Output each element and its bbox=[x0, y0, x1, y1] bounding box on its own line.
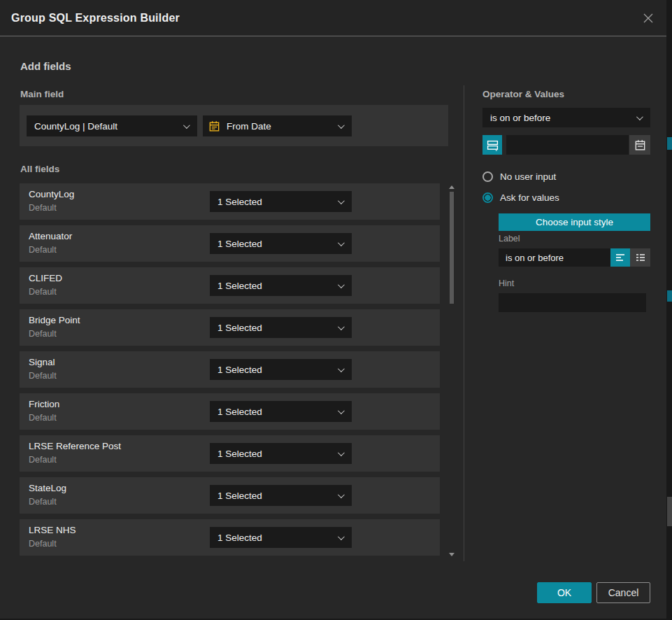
field-name: StateLog bbox=[29, 483, 66, 493]
scrollbar-up-arrow[interactable] bbox=[449, 185, 455, 189]
dialog-title: Group SQL Expression Builder bbox=[11, 12, 180, 24]
field-selection-value: 1 Selected bbox=[210, 239, 338, 249]
chevron-down-icon bbox=[338, 407, 345, 414]
date-value-input[interactable] bbox=[506, 135, 629, 155]
ok-button[interactable]: OK bbox=[537, 582, 592, 603]
field-row-lrse-reference-post: LRSE Reference Post Default 1 Selected bbox=[20, 435, 440, 472]
field-row-countylog: CountyLog Default 1 Selected bbox=[20, 183, 440, 220]
radio-ask-for-values[interactable]: Ask for values bbox=[482, 192, 559, 203]
field-name: LRSE Reference Post bbox=[29, 441, 121, 451]
scrollbar-down-arrow[interactable] bbox=[449, 553, 455, 556]
choose-input-style-button[interactable]: Choose input style bbox=[499, 213, 650, 231]
background-fragment-teal-1 bbox=[667, 137, 672, 150]
main-field-label: Main field bbox=[20, 89, 64, 99]
field-selection-select[interactable]: 1 Selected bbox=[210, 233, 352, 254]
field-selection-value: 1 Selected bbox=[210, 407, 338, 417]
field-sublabel: Default bbox=[29, 497, 57, 507]
field-name: Attenuator bbox=[29, 231, 72, 241]
main-field-layer-select-value: CountyLog | Default bbox=[27, 121, 183, 132]
radio-label: No user input bbox=[500, 171, 556, 182]
field-selection-value: 1 Selected bbox=[210, 449, 338, 459]
operator-select-value: is on or before bbox=[482, 113, 636, 123]
all-fields-label: All fields bbox=[20, 164, 59, 174]
chevron-down-icon bbox=[338, 449, 345, 456]
chevron-down-icon bbox=[338, 197, 345, 204]
chevron-down-icon bbox=[338, 281, 345, 288]
radio-label: Ask for values bbox=[500, 192, 559, 203]
radio-no-user-input[interactable]: No user input bbox=[482, 171, 556, 182]
field-selection-select[interactable]: 1 Selected bbox=[210, 359, 352, 380]
input-type-selector-icon[interactable] bbox=[482, 135, 502, 155]
field-sublabel: Default bbox=[29, 371, 57, 381]
field-sublabel: Default bbox=[29, 287, 57, 297]
field-row-bridge-point: Bridge Point Default 1 Selected bbox=[20, 309, 440, 346]
field-selection-select[interactable]: 1 Selected bbox=[210, 527, 352, 548]
panel-divider bbox=[464, 85, 464, 561]
field-selection-select[interactable]: 1 Selected bbox=[210, 443, 352, 464]
field-name: Bridge Point bbox=[29, 315, 80, 325]
field-selection-value: 1 Selected bbox=[210, 323, 338, 333]
radio-circle-checked bbox=[482, 192, 493, 203]
field-row-signal: Signal Default 1 Selected bbox=[20, 351, 440, 388]
operator-values-heading: Operator & Values bbox=[482, 89, 564, 99]
field-selection-value: 1 Selected bbox=[210, 491, 338, 501]
chevron-down-icon bbox=[183, 122, 190, 129]
chevron-down-icon bbox=[636, 113, 643, 120]
chevron-down-icon bbox=[338, 122, 345, 129]
group-sql-expression-builder-dialog: Group SQL Expression Builder Add fields … bbox=[0, 0, 666, 619]
field-sublabel: Default bbox=[29, 203, 57, 213]
field-selection-value: 1 Selected bbox=[210, 365, 338, 375]
main-field-layer-select[interactable]: CountyLog | Default bbox=[27, 115, 197, 136]
field-selection-select[interactable]: 1 Selected bbox=[210, 485, 352, 506]
chevron-down-icon bbox=[338, 239, 345, 246]
chevron-down-icon bbox=[338, 491, 345, 498]
add-fields-heading: Add fields bbox=[20, 60, 71, 72]
field-sublabel: Default bbox=[29, 455, 57, 465]
field-name: Signal bbox=[29, 357, 55, 367]
main-field-field-select[interactable]: From Date bbox=[203, 115, 352, 136]
calendar-date-icon bbox=[208, 120, 220, 132]
field-name: CLIFED bbox=[29, 273, 62, 283]
field-sublabel: Default bbox=[29, 245, 57, 255]
background-fragment-gray bbox=[667, 497, 672, 526]
field-sublabel: Default bbox=[29, 413, 57, 423]
main-field-field-select-value: From Date bbox=[220, 121, 338, 132]
field-sublabel: Default bbox=[29, 329, 57, 339]
main-field-panel: CountyLog | Default From Date bbox=[20, 105, 448, 146]
cancel-button[interactable]: Cancel bbox=[596, 582, 650, 603]
field-row-clifed: CLIFED Default 1 Selected bbox=[20, 267, 440, 304]
field-row-statelog: StateLog Default 1 Selected bbox=[20, 477, 440, 514]
field-selection-value: 1 Selected bbox=[210, 197, 338, 207]
chevron-down-icon bbox=[338, 533, 345, 540]
radio-circle-unchecked bbox=[482, 171, 493, 182]
dialog-titlebar: Group SQL Expression Builder bbox=[0, 0, 666, 36]
field-selection-select[interactable]: 1 Selected bbox=[210, 317, 352, 338]
field-row-friction: Friction Default 1 Selected bbox=[20, 393, 440, 430]
field-selection-select[interactable]: 1 Selected bbox=[210, 275, 352, 296]
operator-select[interactable]: is on or before bbox=[482, 108, 650, 127]
field-sublabel: Default bbox=[29, 539, 57, 549]
field-selection-select[interactable]: 1 Selected bbox=[210, 401, 352, 422]
field-row-attenuator: Attenuator Default 1 Selected bbox=[20, 225, 440, 262]
field-selection-value: 1 Selected bbox=[210, 533, 338, 543]
hint-field-label: Hint bbox=[499, 279, 514, 288]
single-line-input-icon[interactable] bbox=[610, 248, 630, 267]
label-input[interactable] bbox=[499, 248, 610, 267]
field-name: LRSE NHS bbox=[29, 525, 76, 535]
list-options-icon[interactable] bbox=[630, 248, 650, 267]
hint-input[interactable] bbox=[499, 293, 646, 312]
label-field-label: Label bbox=[499, 234, 520, 244]
field-name: Friction bbox=[29, 399, 59, 409]
close-icon[interactable] bbox=[640, 10, 657, 27]
field-selection-select[interactable]: 1 Selected bbox=[210, 191, 352, 212]
background-fragment-teal-2 bbox=[667, 290, 672, 302]
chevron-down-icon bbox=[338, 365, 345, 372]
field-row-lrse-nhs: LRSE NHS Default 1 Selected bbox=[20, 519, 440, 556]
scrollbar-thumb[interactable] bbox=[450, 192, 454, 304]
field-name: CountyLog bbox=[29, 189, 74, 199]
field-selection-value: 1 Selected bbox=[210, 281, 338, 291]
calendar-icon[interactable] bbox=[629, 135, 650, 155]
chevron-down-icon bbox=[338, 323, 345, 330]
